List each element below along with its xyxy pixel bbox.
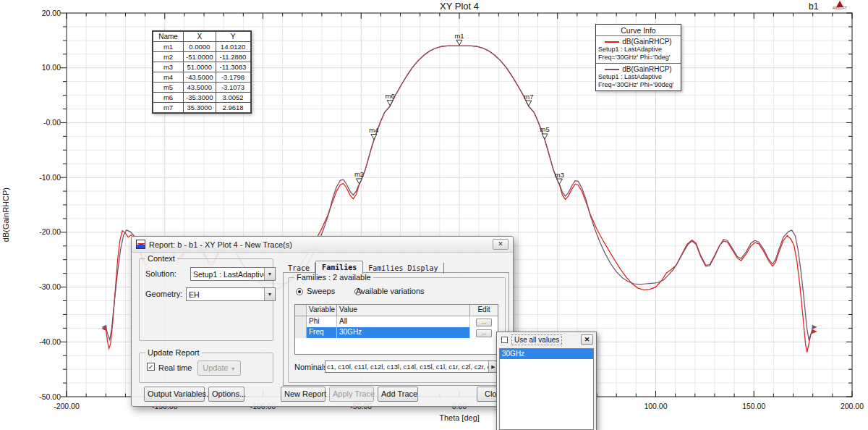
geometry-label: Geometry: <box>145 290 182 298</box>
legend-entry-sweep: Freq='30GHz' Phi='90deg' <box>598 81 678 89</box>
legend-entry-setup: Setup1 : LastAdaptive <box>598 46 678 54</box>
curve-info-legend[interactable]: Curve Info dB(GainRHCP) Setup1 : LastAda… <box>595 24 681 91</box>
tab-trace[interactable]: Trace <box>283 263 315 274</box>
sweeps-radio-label: Sweeps <box>307 287 335 295</box>
marker-table-cell: 3.0052 <box>216 93 250 103</box>
marker-table-cell: -43.5000 <box>184 72 216 83</box>
marker-table-cell: -11.3083 <box>216 62 250 72</box>
chevron-down-icon[interactable]: ▼ <box>264 288 275 300</box>
geometry-dropdown[interactable]: EH ▼ <box>186 287 276 301</box>
marker-label-m7: m7 <box>524 93 533 101</box>
marker-table-row: m351.0000-11.3083 <box>153 62 251 72</box>
families-table-row-phi[interactable]: PhiAll... <box>295 316 498 327</box>
y-tick-label: -50.00 <box>22 392 61 401</box>
marker-table[interactable]: Name X Y m10.000014.0120m2-51.0000-11.28… <box>152 30 252 114</box>
marker-table-cell: -51.0000 <box>184 52 216 62</box>
value-cell[interactable]: All <box>337 316 470 327</box>
marker-label-m5: m5 <box>540 125 550 133</box>
value-cell[interactable]: 30GHz <box>337 327 470 338</box>
tab-families[interactable]: Families <box>315 261 363 274</box>
marker-table-row: m543.5000-3.1073 <box>153 83 251 93</box>
marker-label-m4: m4 <box>369 126 378 134</box>
row-selector[interactable] <box>295 316 307 327</box>
x-tick-label: -200.00 <box>45 402 88 410</box>
marker-col-name: Name <box>153 32 184 42</box>
families-table: Variable Value Edit PhiAll...Freq30GHz..… <box>294 304 498 355</box>
marker-table-row: m2-51.0000-11.2880 <box>153 52 251 62</box>
x-tick-label: 200.00 <box>830 402 868 410</box>
realtime-label: Real time <box>158 363 192 372</box>
families-table-row-freq[interactable]: Freq30GHz... <box>295 327 498 338</box>
curve-end-arrow <box>812 325 817 329</box>
value-list-item[interactable]: 30GHz <box>500 349 593 359</box>
chevron-down-icon[interactable]: ▼ <box>264 268 275 280</box>
marker-table-row: m10.000014.0120 <box>153 42 251 52</box>
edit-cell: ... <box>470 327 498 338</box>
variable-cell[interactable]: Freq <box>307 327 337 338</box>
marker-label-m1: m1 <box>454 32 464 40</box>
legend-entry-label: dB(GainRHCP) <box>622 38 671 46</box>
marker-table-cell: m3 <box>153 62 184 72</box>
dialog-close-button[interactable]: ✕ <box>493 239 509 250</box>
y-tick-label: -40.00 <box>22 337 61 346</box>
options-button[interactable]: Options... <box>208 387 244 402</box>
update-report-label: Update Report <box>145 348 202 357</box>
variable-column-header: Variable <box>307 305 337 316</box>
use-all-values-label: Use all values <box>511 334 562 345</box>
x-axis-title: Theta [deg] <box>67 413 852 422</box>
marker-m7 <box>526 101 532 106</box>
marker-table-cell: -35.3000 <box>184 93 216 103</box>
legend-entry: dB(GainRHCP) Setup1 : LastAdaptive Freq=… <box>596 63 681 90</box>
marker-table-cell: m6 <box>153 93 184 103</box>
solution-dropdown[interactable]: Setup1 : LastAdaptive ▼ <box>190 267 276 281</box>
update-button[interactable]: Update ▼ <box>197 361 241 376</box>
marker-table-cell: 14.0120 <box>216 42 250 52</box>
edit-ellipsis-button[interactable]: ... <box>476 319 492 326</box>
marker-m1 <box>456 40 462 45</box>
marker-table-cell: m2 <box>153 52 184 62</box>
value-column-header: Value <box>337 305 470 316</box>
marker-table-cell: 35.3000 <box>184 103 216 113</box>
new-report-button[interactable]: New Report <box>281 387 326 402</box>
available-variations-label: Available variations <box>356 287 425 295</box>
realtime-checkbox[interactable]: ✓ <box>147 363 155 371</box>
marker-table-row: m735.30002.9618 <box>153 103 251 113</box>
marker-table-cell: 2.9618 <box>216 103 250 113</box>
marker-table-row: m4-43.5000-3.1798 <box>153 72 251 83</box>
apply-trace-button[interactable]: Apply Trace <box>329 387 374 402</box>
marker-table-cell: 43.5000 <box>184 83 216 93</box>
sweeps-radio[interactable] <box>296 288 303 295</box>
variable-cell[interactable]: Phi <box>307 316 337 327</box>
marker-label-m2: m2 <box>354 170 364 178</box>
ansoft-logo-text: ANSOFT <box>832 7 848 10</box>
dialog-titlebar[interactable]: Report: b - b1 - XY Plot 4 - New Trace(s… <box>132 237 513 253</box>
row-selector[interactable] <box>295 327 307 338</box>
use-all-values-checkbox[interactable] <box>501 337 508 343</box>
dialog-title: Report: b - b1 - XY Plot 4 - New Trace(s… <box>149 240 292 249</box>
value-list[interactable]: 30GHz <box>499 348 594 430</box>
edit-cell: ... <box>470 316 498 327</box>
marker-label-m3: m3 <box>555 171 564 179</box>
y-tick-label: 10.00 <box>22 63 61 72</box>
tab-families-display[interactable]: Families Display <box>363 263 443 274</box>
popup-header: Use all values ✕ <box>497 332 596 347</box>
curve-swatch-phi0 <box>605 41 619 43</box>
marker-table-cell: -3.1798 <box>216 72 250 83</box>
value-list-popup: Use all values ✕ 30GHz <box>496 332 597 430</box>
legend-entry-label: dB(GainRHCP) <box>622 65 671 73</box>
solution-label: Solution: <box>145 269 176 278</box>
output-variables-button[interactable]: Output Variables... <box>144 387 205 402</box>
tab-strip: Trace Families Families Display <box>283 260 444 274</box>
legend-entry: dB(GainRHCP) Setup1 : LastAdaptive Freq=… <box>596 35 681 63</box>
add-trace-button[interactable]: Add Trace <box>378 387 418 402</box>
nominals-field[interactable]: c1, c10l, c11l, c12l, c13l, c14l, c15l, … <box>325 361 498 373</box>
x-tick-label: 100.00 <box>634 402 678 410</box>
marker-table-cell: -11.2880 <box>216 52 250 62</box>
nominals-value: c1, c10l, c11l, c12l, c13l, c14l, c15l, … <box>326 363 488 371</box>
popup-close-button[interactable]: ✕ <box>581 334 593 345</box>
report-dialog-icon <box>136 240 145 249</box>
y-tick-label: -20.00 <box>22 227 61 236</box>
geometry-value: EH <box>187 290 264 299</box>
edit-ellipsis-button[interactable]: ... <box>476 329 492 337</box>
context-group-label: Context <box>145 254 177 263</box>
